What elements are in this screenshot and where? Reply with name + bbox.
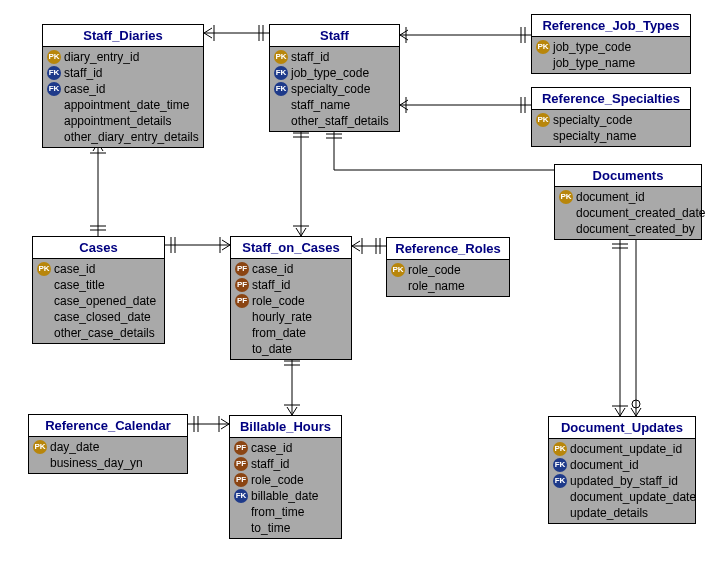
field-row: FKcase_id [47,81,199,97]
field-name: updated_by_staff_id [570,473,678,489]
spacer [553,506,567,520]
field-name: role_name [408,278,465,294]
entity-body: PKcase_idcase_titlecase_opened_datecase_… [33,259,164,343]
field-name: case_id [252,261,293,277]
field-row: PKdocument_id [559,189,697,205]
spacer [234,505,248,519]
field-row: business_day_yn [33,455,183,471]
pk-key-icon: PK [47,50,61,64]
field-row: PKstaff_id [274,49,395,65]
field-name: specialty_name [553,128,636,144]
pk-key-icon: PK [274,50,288,64]
field-name: other_diary_entry_details [64,129,199,145]
field-row: role_name [391,278,505,294]
entity-reference-calendar: Reference_CalendarPKday_datebusiness_day… [28,414,188,474]
field-name: to_time [251,520,290,536]
field-name: business_day_yn [50,455,143,471]
field-name: document_created_date [576,205,705,221]
fk-key-icon: FK [47,82,61,96]
field-name: specialty_code [291,81,370,97]
spacer [235,310,249,324]
spacer [37,278,51,292]
field-row: PKdiary_entry_id [47,49,199,65]
field-row: appointment_date_time [47,97,199,113]
entity-document-updates: Document_UpdatesPKdocument_update_idFKdo… [548,416,696,524]
pf-key-icon: PF [234,473,248,487]
entity-header: Documents [555,165,701,187]
entity-header: Staff [270,25,399,47]
field-row: PFrole_code [235,293,347,309]
field-name: to_date [252,341,292,357]
field-name: other_case_details [54,325,155,341]
fk-key-icon: FK [47,66,61,80]
entity-body: PKrole_coderole_name [387,260,509,296]
field-name: staff_id [251,456,289,472]
spacer [235,326,249,340]
field-row: FKspecialty_code [274,81,395,97]
entity-header: Reference_Job_Types [532,15,690,37]
entity-body: PKday_datebusiness_day_yn [29,437,187,473]
pk-key-icon: PK [33,440,47,454]
entity-cases: CasesPKcase_idcase_titlecase_opened_date… [32,236,165,344]
field-name: case_title [54,277,105,293]
field-name: job_type_code [291,65,369,81]
field-row: case_closed_date [37,309,160,325]
field-row: appointment_details [47,113,199,129]
field-name: appointment_date_time [64,97,189,113]
field-row: PFcase_id [235,261,347,277]
spacer [274,98,288,112]
field-row: specialty_name [536,128,686,144]
entity-documents: DocumentsPKdocument_iddocument_created_d… [554,164,702,240]
spacer [274,114,288,128]
pf-key-icon: PF [235,294,249,308]
field-row: case_opened_date [37,293,160,309]
field-name: staff_name [291,97,350,113]
entity-header: Billable_Hours [230,416,341,438]
entity-header: Cases [33,237,164,259]
field-row: to_time [234,520,337,536]
pf-key-icon: PF [235,278,249,292]
field-name: job_type_code [553,39,631,55]
field-row: FKdocument_id [553,457,691,473]
field-row: document_update_date [553,489,691,505]
spacer [559,222,573,236]
field-name: update_details [570,505,648,521]
field-name: billable_date [251,488,318,504]
spacer [536,56,550,70]
field-name: role_code [252,293,305,309]
spacer [37,310,51,324]
field-row: other_diary_entry_details [47,129,199,145]
field-row: other_staff_details [274,113,395,129]
field-row: other_case_details [37,325,160,341]
pk-key-icon: PK [536,113,550,127]
field-row: PKrole_code [391,262,505,278]
pf-key-icon: PF [235,262,249,276]
spacer [37,294,51,308]
fk-key-icon: FK [234,489,248,503]
svg-point-25 [632,400,640,408]
field-row: PKdocument_update_id [553,441,691,457]
spacer [234,521,248,535]
spacer [33,456,47,470]
field-row: hourly_rate [235,309,347,325]
entity-header: Reference_Roles [387,238,509,260]
entity-body: PKspecialty_codespecialty_name [532,110,690,146]
spacer [47,130,61,144]
field-row: FKjob_type_code [274,65,395,81]
entity-reference-job-types: Reference_Job_TypesPKjob_type_codejob_ty… [531,14,691,74]
field-name: document_id [576,189,645,205]
spacer [559,206,573,220]
field-name: role_code [408,262,461,278]
field-row: FKstaff_id [47,65,199,81]
spacer [47,98,61,112]
spacer [47,114,61,128]
spacer [37,326,51,340]
field-name: staff_id [64,65,102,81]
pk-key-icon: PK [536,40,550,54]
field-name: diary_entry_id [64,49,139,65]
field-row: document_created_by [559,221,697,237]
field-name: document_created_by [576,221,695,237]
field-row: PFrole_code [234,472,337,488]
spacer [391,279,405,293]
entity-body: PFcase_idPFstaff_idPFrole_codeFKbillable… [230,438,341,538]
